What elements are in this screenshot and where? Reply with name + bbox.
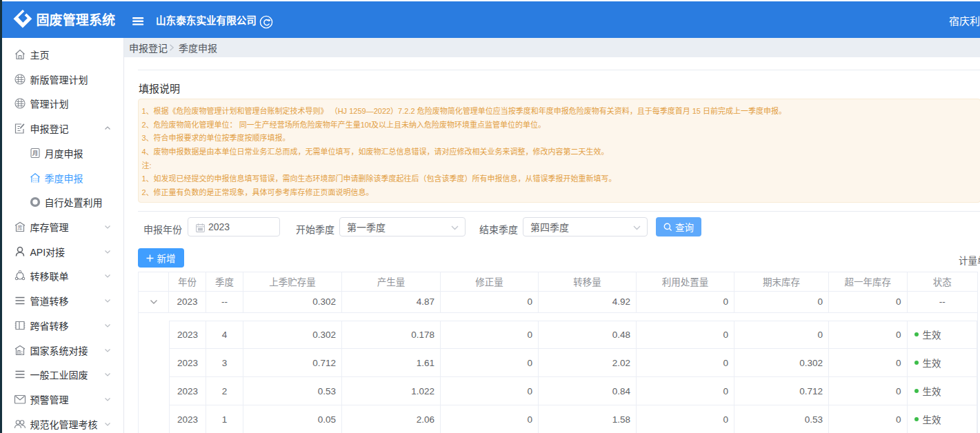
svg-text:库: 库 — [17, 224, 23, 231]
svg-text:月: 月 — [32, 150, 39, 157]
